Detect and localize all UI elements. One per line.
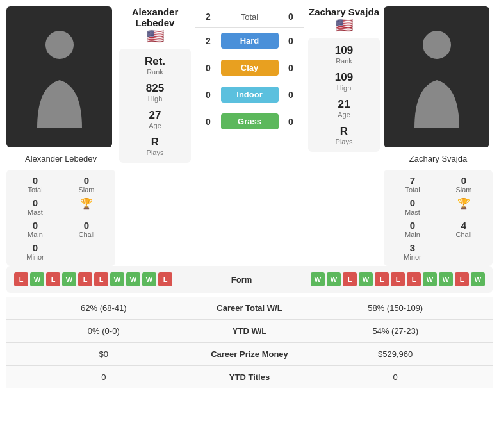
right-high-value: 109 [315, 71, 373, 84]
right-player-col: Zachary Svajda 7 Total 0 Slam 0 Mast [384, 6, 493, 266]
left-indoor-score: 0 [199, 90, 218, 100]
left-grass-score: 0 [199, 117, 218, 127]
left-age-block: 27 Age [126, 109, 184, 129]
stats-center-label: YTD W/L [201, 320, 299, 343]
left-total-block: 0 Total [12, 175, 59, 194]
right-plays-label: Plays [315, 138, 373, 145]
right-slam-label: Slam [440, 186, 487, 194]
left-mast-value: 0 [12, 197, 59, 208]
right-chall-block: 4 Chall [440, 220, 487, 238]
form-badge: L [14, 272, 28, 286]
left-player-silhouette-icon [28, 26, 92, 128]
left-hard-score: 2 [199, 36, 218, 46]
left-plays-value: R [126, 136, 184, 149]
right-total-label: Total [389, 186, 436, 194]
form-badge: L [158, 272, 172, 286]
right-total-score: 0 [281, 12, 300, 22]
stats-right-val: 58% (150-109) [298, 297, 493, 320]
left-total-score: 2 [199, 12, 218, 22]
stats-table: 62% (68-41)Career Total W/L58% (150-109)… [6, 297, 493, 388]
right-stats-card: 109 Rank 109 High 21 Age R Plays [308, 38, 380, 152]
form-badge: W [110, 272, 124, 286]
left-rank-block: Ret. Rank [126, 55, 184, 76]
stats-row: 0YTD Titles0 [6, 366, 493, 389]
right-flag: 🇺🇸 [308, 17, 380, 34]
indoor-row: 0 Indoor 0 [195, 81, 304, 108]
left-plays-label: Plays [126, 149, 184, 156]
form-badge: W [439, 272, 453, 286]
left-form-badges: LWLWLLWWWL [14, 272, 172, 286]
right-main-block: 0 Main [389, 220, 436, 238]
stats-row: 62% (68-41)Career Total W/L58% (150-109) [6, 297, 493, 320]
stats-right-val: 54% (27-23) [298, 320, 493, 343]
stats-center-label: YTD Titles [201, 366, 299, 389]
right-grass-score: 0 [281, 117, 300, 127]
total-label: Total [241, 12, 258, 22]
stats-right-val: 0 [298, 366, 493, 389]
left-clay-score: 0 [199, 63, 218, 73]
left-high-value: 825 [126, 82, 184, 95]
right-high-label: High [315, 84, 373, 92]
stats-center-label: Career Total W/L [201, 297, 299, 320]
right-player-name-below: Zachary Svajda [384, 151, 493, 166]
right-main-label: Main [389, 231, 436, 238]
right-total-block: 7 Total [389, 175, 436, 194]
grass-label: Grass [221, 113, 279, 129]
left-flag: 🇺🇸 [119, 28, 191, 45]
left-minor-block: 0 Minor [12, 242, 59, 261]
left-player-header: Alexander Lebedev 🇺🇸 [119, 6, 191, 45]
center-match-panel: 2 Total 0 2 Hard 0 0 Clay 0 0 Indoor [195, 6, 304, 135]
form-badge: W [359, 272, 373, 286]
right-form-badges: WWLWLLLWWLW [311, 272, 485, 286]
left-total-value: 0 [12, 175, 59, 186]
total-row: 2 Total 0 [195, 6, 304, 28]
right-main-value: 0 [389, 220, 436, 231]
form-badge: W [327, 272, 341, 286]
left-slam-label: Slam [63, 186, 110, 194]
left-main-value: 0 [12, 220, 59, 231]
right-mast-block: 0 Mast [389, 197, 436, 216]
form-badge: W [62, 272, 76, 286]
form-badge: W [423, 272, 437, 286]
right-rank-value: 109 [315, 44, 373, 57]
trophy-center-left: 🏆 [63, 197, 110, 216]
svg-point-1 [423, 31, 451, 59]
trophy-center-right: 🏆 [440, 197, 487, 216]
left-rank-label: Rank [126, 68, 184, 76]
right-chall-label: Chall [440, 231, 487, 238]
left-high-label: High [126, 95, 184, 103]
right-player-name: Zachary Svajda [308, 6, 380, 17]
right-rank-block: 109 Rank [315, 44, 373, 65]
right-player-bottom-stats: 7 Total 0 Slam 0 Mast 🏆 0 [384, 170, 493, 266]
form-badge: L [343, 272, 357, 286]
form-badge: L [94, 272, 108, 286]
form-badge: W [30, 272, 44, 286]
stats-left-val: 62% (68-41) [6, 297, 201, 320]
left-player-photo [6, 6, 112, 147]
right-plays-value: R [315, 125, 373, 138]
right-high-block: 109 High [315, 71, 373, 92]
grass-row: 0 Grass 0 [195, 108, 304, 135]
left-high-block: 825 High [126, 82, 184, 103]
left-main-block: 0 Main [12, 220, 59, 238]
stats-left-val: 0% (0-0) [6, 320, 201, 343]
left-player-col: Alexander Lebedev 0 Total 0 Slam 0 Mast [6, 6, 115, 266]
left-age-label: Age [126, 122, 184, 129]
left-age-value: 27 [126, 109, 184, 122]
left-chall-block: 0 Chall [63, 220, 110, 238]
form-badge: W [311, 272, 325, 286]
right-clay-score: 0 [281, 63, 300, 73]
right-age-label: Age [315, 111, 373, 119]
left-mast-label: Mast [12, 208, 59, 216]
trophy-icon-left: 🏆 [63, 197, 110, 210]
left-total-label: Total [12, 186, 59, 194]
indoor-label: Indoor [221, 87, 279, 103]
stats-row: 0% (0-0)YTD W/L54% (27-23) [6, 320, 493, 343]
stats-left-val: 0 [6, 366, 201, 389]
form-badge: W [471, 272, 485, 286]
left-chall-label: Chall [63, 231, 110, 238]
right-age-block: 21 Age [315, 98, 373, 119]
left-player-bottom-stats: 0 Total 0 Slam 0 Mast 🏆 0 [6, 170, 115, 266]
left-rank-value: Ret. [126, 55, 184, 68]
left-minor-label: Minor [12, 253, 59, 261]
